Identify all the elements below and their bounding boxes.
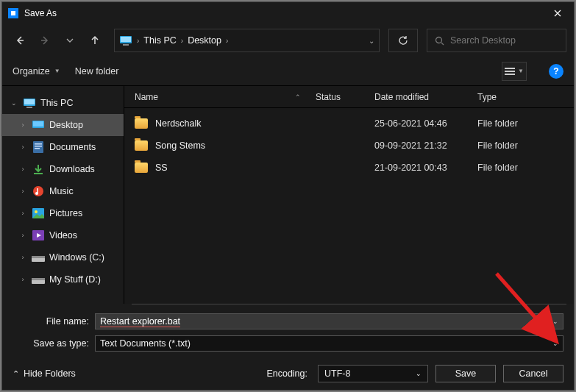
- file-row[interactable]: Nerdschalk 25-06-2021 04:46 File folder: [124, 113, 574, 135]
- chevron-right-icon[interactable]: ›: [18, 143, 27, 151]
- folder-icon: [135, 163, 148, 173]
- chevron-right-icon[interactable]: ›: [18, 121, 27, 129]
- svg-rect-10: [24, 99, 35, 104]
- chevron-up-icon: ⌃: [13, 369, 19, 379]
- svg-rect-14: [33, 141, 43, 153]
- svg-rect-4: [123, 44, 129, 46]
- chevron-right-icon[interactable]: ›: [18, 232, 27, 239]
- tree-label: My Stuff (D:): [49, 274, 101, 285]
- dropdown-icon: ⌄: [416, 370, 422, 377]
- tree-label: Music: [49, 186, 74, 196]
- hide-folders-button[interactable]: ⌃ Hide Folders: [13, 368, 76, 379]
- cancel-button[interactable]: Cancel: [503, 365, 563, 382]
- encoding-select[interactable]: UTF-8 ⌄: [318, 365, 428, 382]
- tree-desktop[interactable]: › Desktop: [2, 114, 124, 136]
- save-type-value: Text Documents (*.txt): [100, 338, 191, 349]
- chevron-right-icon: ›: [181, 37, 183, 45]
- svg-rect-3: [121, 37, 131, 42]
- nav-row: › This PC › Desktop › ⌄ Search Desktop: [2, 24, 574, 57]
- svg-rect-15: [35, 143, 42, 145]
- col-status[interactable]: Status: [316, 92, 374, 102]
- file-row[interactable]: Song Stems 09-09-2021 21:32 File folder: [124, 135, 574, 157]
- tree-videos[interactable]: › Videos: [2, 224, 124, 246]
- svg-rect-18: [34, 173, 43, 174]
- refresh-button[interactable]: [388, 29, 418, 52]
- chevron-right-icon[interactable]: ›: [18, 276, 27, 283]
- svg-rect-8: [505, 74, 515, 75]
- chevron-right-icon[interactable]: ›: [18, 165, 27, 173]
- back-button[interactable]: [10, 30, 30, 51]
- file-name: Song Stems: [155, 140, 205, 151]
- search-input[interactable]: Search Desktop: [427, 29, 566, 52]
- svg-rect-27: [32, 278, 45, 280]
- crumb-desktop[interactable]: Desktop: [188, 35, 221, 46]
- tree-pictures[interactable]: › Pictures: [2, 202, 124, 224]
- svg-rect-17: [35, 148, 40, 149]
- this-pc-icon: [119, 35, 132, 46]
- close-button[interactable]: [541, 2, 574, 24]
- file-list-panel: Name⌃ Status Date modified Type Nerdscha…: [124, 86, 574, 304]
- col-name[interactable]: Name⌃: [135, 92, 316, 102]
- tree-label: Pictures: [49, 208, 82, 218]
- col-type[interactable]: Type: [477, 92, 574, 102]
- file-list: Nerdschalk 25-06-2021 04:46 File folder …: [124, 108, 574, 304]
- downloads-icon: [32, 163, 45, 175]
- view-options-button[interactable]: ▼: [502, 62, 527, 81]
- save-button[interactable]: Save: [435, 365, 496, 382]
- crumb-this-pc[interactable]: This PC: [143, 35, 176, 46]
- pictures-icon: [32, 207, 45, 219]
- tree-label: Downloads: [49, 164, 95, 174]
- tree-label: Videos: [49, 230, 77, 240]
- tree-this-pc[interactable]: ⌄ This PC: [2, 92, 124, 114]
- tree-label: Desktop: [49, 120, 83, 130]
- file-name-input[interactable]: Restart explorer.bat ⌄: [95, 313, 563, 329]
- forward-button[interactable]: [35, 30, 55, 51]
- chevron-right-icon[interactable]: ›: [18, 188, 27, 195]
- file-date: 21-09-2021 00:43: [374, 163, 477, 173]
- organize-menu[interactable]: Organize▼: [13, 66, 60, 76]
- desktop-icon: [32, 119, 45, 131]
- up-button[interactable]: [85, 30, 105, 51]
- chevron-down-icon[interactable]: ⌄: [10, 99, 18, 107]
- file-name: Nerdschalk: [155, 118, 202, 129]
- sort-indicator-icon: ⌃: [295, 93, 301, 101]
- col-date[interactable]: Date modified: [374, 92, 477, 102]
- file-type: File folder: [477, 163, 574, 173]
- svg-rect-11: [26, 107, 32, 108]
- save-type-select[interactable]: Text Documents (*.txt) ⌄: [95, 335, 563, 352]
- new-folder-button[interactable]: New folder: [75, 66, 119, 76]
- column-headers: Name⌃ Status Date modified Type: [124, 86, 574, 108]
- documents-icon: [32, 141, 45, 153]
- breadcrumb-dropdown-icon[interactable]: ⌄: [369, 37, 374, 45]
- drive-icon: [32, 274, 45, 285]
- videos-icon: [32, 229, 45, 241]
- chevron-right-icon[interactable]: ›: [18, 254, 27, 261]
- tree-label: This PC: [40, 98, 73, 108]
- dialog-body: ⌄ This PC › Desktop › Documents › Downlo…: [2, 86, 574, 304]
- tree-downloads[interactable]: › Downloads: [2, 158, 124, 180]
- save-as-dialog: Save As › This PC › Desktop ›: [1, 1, 575, 391]
- breadcrumb[interactable]: › This PC › Desktop › ⌄: [114, 29, 380, 52]
- tree-drive-d[interactable]: › My Stuff (D:): [2, 268, 124, 291]
- encoding-value: UTF-8: [324, 368, 350, 379]
- svg-point-20: [35, 192, 38, 195]
- dropdown-icon[interactable]: ⌄: [552, 318, 558, 325]
- file-row[interactable]: SS 21-09-2021 00:43 File folder: [124, 157, 574, 179]
- file-name-value: Restart explorer.bat: [100, 316, 180, 327]
- tree-music[interactable]: › Music: [2, 180, 124, 202]
- dropdown-icon: ⌄: [552, 340, 558, 347]
- search-placeholder: Search Desktop: [450, 35, 516, 46]
- recent-dropdown[interactable]: [60, 30, 80, 51]
- encoding-label: Encoding:: [266, 368, 307, 379]
- folder-icon: [135, 118, 148, 129]
- tree-drive-c[interactable]: › Windows (C:): [2, 246, 124, 268]
- chevron-right-icon: ›: [226, 37, 228, 45]
- folder-icon: [135, 140, 148, 151]
- help-button[interactable]: ?: [549, 64, 563, 79]
- toolbar: Organize▼ New folder ▼ ?: [2, 57, 574, 86]
- bottom-panel: File name: Restart explorer.bat ⌄ Save a…: [2, 304, 574, 390]
- svg-rect-1: [11, 11, 15, 15]
- tree-documents[interactable]: › Documents: [2, 136, 124, 158]
- chevron-right-icon[interactable]: ›: [18, 210, 27, 217]
- tree-label: Documents: [49, 142, 96, 152]
